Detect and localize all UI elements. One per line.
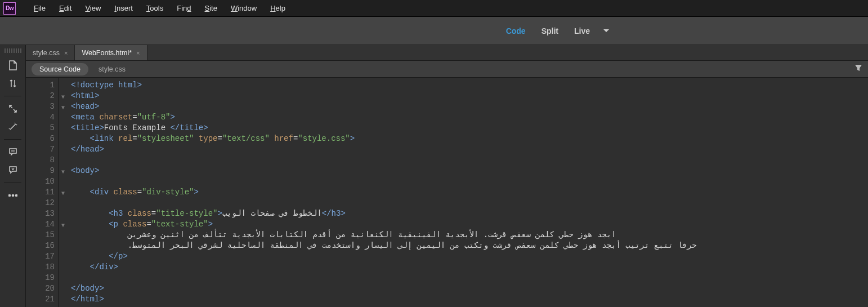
close-icon[interactable]: × (64, 50, 68, 56)
fold-icon[interactable]: ▼ (61, 167, 65, 177)
line-number: 10 (26, 176, 57, 187)
svg-point-1 (12, 195, 14, 197)
code-line: <h3 class="title-style">الخطوط في صفحات … (71, 208, 868, 219)
line-number: 1 (26, 80, 57, 91)
menu-bar: Dw File Edit View Insert Tools Find Site… (0, 0, 868, 17)
line-number: 6 (26, 134, 57, 144)
line-number: 11▼ (26, 187, 57, 198)
fold-icon[interactable]: ▼ (61, 220, 65, 231)
menu-file[interactable]: File (27, 0, 52, 16)
code-line: <div class="div-style"> (71, 187, 868, 198)
filter-icon[interactable] (854, 64, 862, 74)
fold-icon[interactable]: ▼ (61, 188, 65, 199)
line-number: 12 (26, 198, 57, 208)
comment-icon[interactable] (5, 144, 21, 160)
menu-insert[interactable]: Insert (108, 0, 140, 16)
line-number: 14▼ (26, 219, 57, 230)
expand-icon[interactable] (5, 101, 21, 117)
code-line: <!doctype html> (71, 80, 868, 91)
related-file-stylecss[interactable]: style.css (99, 65, 126, 73)
line-number: 2▼ (26, 91, 57, 101)
menu-find[interactable]: Find (170, 0, 198, 16)
menu-site[interactable]: Site (198, 0, 224, 16)
chevron-down-icon[interactable] (603, 29, 609, 32)
code-line: </div> (71, 262, 868, 273)
code-line: <body> (71, 166, 868, 176)
code-editor[interactable]: 1 2▼ 3▼ 4 5 6 7 8 9▼ 10 11▼ 12 13 14▼ 15… (26, 78, 868, 307)
line-number: 16 (26, 241, 57, 251)
code-line: <html> (71, 91, 868, 101)
updown-icon[interactable] (5, 75, 21, 91)
svg-point-0 (8, 195, 10, 197)
svg-point-2 (15, 195, 17, 197)
code-line (71, 176, 868, 187)
rail-separator (4, 183, 22, 183)
menu-help[interactable]: Help (263, 0, 292, 16)
line-number: 7 (26, 144, 57, 155)
line-number: 15 (26, 230, 57, 241)
source-code-pill[interactable]: Source Code (32, 63, 88, 75)
line-number: 9▼ (26, 166, 57, 176)
line-number: 13 (26, 208, 57, 219)
file-tab-label: WebFonts.html* (82, 49, 132, 57)
code-line: </body> (71, 283, 868, 294)
code-line: ابجد هوز حطي كلمن سعفص قرشت. الأبجدية ال… (71, 230, 868, 241)
code-line: <title>Fonts Example </title> (71, 123, 868, 134)
left-rail (0, 45, 26, 307)
menu-edit[interactable]: Edit (52, 0, 78, 16)
code-line: <p class="text-style"> (71, 219, 868, 230)
code-line: <meta charset="utf-8"> (71, 112, 868, 123)
line-number: 20 (26, 283, 57, 294)
code-line (71, 198, 868, 208)
file-icon[interactable] (5, 57, 21, 73)
view-tabs: Code Split Live (499, 23, 609, 39)
code-line: </html> (71, 294, 868, 305)
view-tab-split[interactable]: Split (535, 23, 565, 39)
app-logo: Dw (3, 2, 16, 15)
more-icon[interactable] (5, 188, 21, 203)
menu-window[interactable]: Window (224, 0, 263, 16)
collapse-icon[interactable] (5, 162, 21, 178)
line-number: 21 (26, 294, 57, 305)
rail-separator (4, 139, 22, 140)
rail-handle[interactable] (5, 48, 21, 53)
file-tab-webfonts[interactable]: WebFonts.html* × (75, 45, 147, 60)
code-line (71, 155, 868, 166)
line-number: 5 (26, 123, 57, 134)
file-tab-stylecss[interactable]: style.css × (26, 45, 75, 60)
toolbar: Code Split Live (0, 17, 868, 45)
gutter: 1 2▼ 3▼ 4 5 6 7 8 9▼ 10 11▼ 12 13 14▼ 15… (26, 78, 59, 307)
line-number: 3▼ (26, 101, 57, 112)
content-area: style.css × WebFonts.html* × Source Code… (0, 45, 868, 307)
rail-separator (4, 96, 22, 96)
code-line: </p> (71, 251, 868, 262)
line-number: 17 (26, 251, 57, 262)
line-number: 8 (26, 155, 57, 166)
code-line (71, 273, 868, 283)
file-tabs: style.css × WebFonts.html* × (26, 45, 868, 61)
code-body[interactable]: <!doctype html> <html> <head> <meta char… (59, 78, 868, 307)
menu-view[interactable]: View (78, 0, 108, 16)
main-panel: style.css × WebFonts.html* × Source Code… (26, 45, 868, 307)
code-line: .حرفا تتبع ترتيب أبجد هوز حطي كلمن سعفص … (71, 241, 868, 251)
code-line: <link rel="stylesheet" type="text/css" h… (71, 134, 868, 144)
menu-tools[interactable]: Tools (140, 0, 170, 16)
source-bar: Source Code style.css (26, 61, 868, 78)
fold-icon[interactable]: ▼ (61, 103, 65, 113)
fold-icon[interactable]: ▼ (61, 92, 65, 103)
code-line: <head> (71, 101, 868, 112)
line-number: 18 (26, 262, 57, 273)
line-number: 4 (26, 112, 57, 123)
file-tab-label: style.css (33, 49, 60, 57)
code-line: </head> (71, 144, 868, 155)
close-icon[interactable]: × (136, 50, 140, 56)
view-tab-code[interactable]: Code (499, 23, 533, 39)
line-number: 19 (26, 273, 57, 283)
wand-icon[interactable] (5, 119, 21, 135)
view-tab-live[interactable]: Live (567, 23, 597, 39)
